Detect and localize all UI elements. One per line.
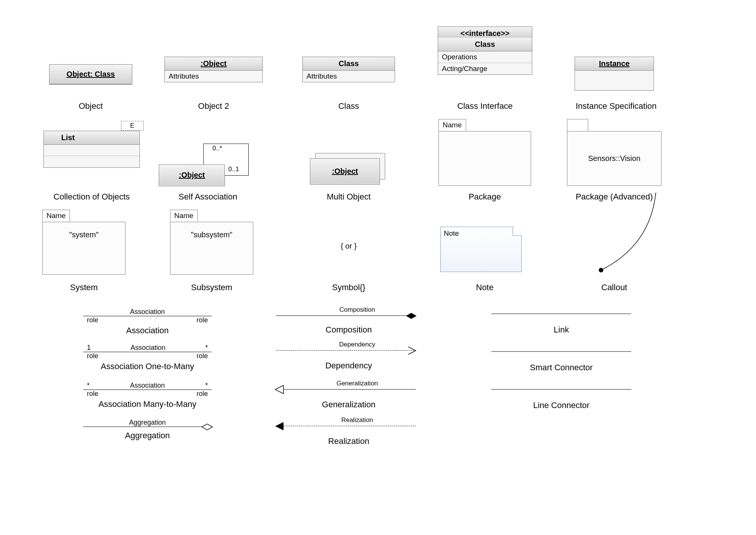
uml-package-adv-body: Sensors::Vision xyxy=(588,154,641,163)
uml-object2-attr: Attributes xyxy=(165,71,262,82)
uml-class-caption: Class xyxy=(302,101,395,111)
uml-aggregation: Aggregation Aggregation xyxy=(83,419,212,441)
svg-marker-4 xyxy=(275,422,284,430)
uml-generalization-caption: Generalization xyxy=(302,400,395,410)
uml-realization-caption: Realization xyxy=(302,436,395,446)
uml-generalization-line xyxy=(284,389,416,390)
uml-composition-label: Composition xyxy=(314,306,401,314)
uml-object2: :Object Attributes xyxy=(164,57,263,82)
uml-self-assoc-m2: 0..1 xyxy=(228,165,239,173)
uml-class-interface-title: Class xyxy=(438,38,532,51)
svg-marker-3 xyxy=(275,385,284,394)
uml-multi-object-caption: Multi Object xyxy=(302,192,395,202)
uml-smart-connector-caption: Smart Connector xyxy=(514,363,609,373)
uml-instance-title: Instance xyxy=(575,57,654,71)
uml-dependency-line xyxy=(276,350,416,351)
uml-association-one-many: 1Association* rolerole Association One-t… xyxy=(83,344,212,371)
uml-collection-tag: E xyxy=(121,121,144,131)
uml-note-caption: Note xyxy=(438,283,531,292)
uml-symbol: { or } xyxy=(302,242,395,250)
uml-link-caption: Link xyxy=(518,325,605,335)
svg-point-0 xyxy=(599,268,603,272)
uml-object2-caption: Object 2 xyxy=(164,101,263,111)
uml-subsystem-caption: Subsystem xyxy=(170,283,253,292)
uml-self-assoc-title: :Object xyxy=(159,165,225,186)
uml-subsystem-body: "subsystem" xyxy=(191,230,232,239)
uml-realization-label: Realization xyxy=(314,416,401,424)
uml-collection-title: List xyxy=(44,131,139,145)
uml-class-interface-r1: Operations xyxy=(438,51,532,63)
uml-subsystem-tab: Name xyxy=(170,210,198,221)
uml-collection-caption: Collection of Objects xyxy=(42,192,142,202)
uml-collection: E List xyxy=(43,121,140,168)
uml-smart-connector-line xyxy=(491,351,631,352)
uml-object2-title: :Object xyxy=(165,57,262,71)
uml-callout-caption: Callout xyxy=(567,283,662,292)
uml-association: Association rolerole Association xyxy=(83,308,212,336)
uml-association-many-many: *Association* rolerole Association Many-… xyxy=(83,382,212,409)
uml-instance-caption: Instance Specification xyxy=(559,101,673,111)
uml-system-tab: Name xyxy=(42,210,70,221)
uml-object-caption: Object xyxy=(49,101,132,111)
uml-composition-line xyxy=(276,315,416,316)
uml-class-interface-caption: Class Interface xyxy=(438,101,532,111)
uml-symbol-caption: Symbol{} xyxy=(302,283,395,292)
uml-class-interface-r2: Acting/Charge xyxy=(438,63,532,74)
uml-self-assoc-m1: 0..* xyxy=(212,145,222,152)
uml-realization-line xyxy=(284,426,416,426)
uml-generalization-label: Generalization xyxy=(314,380,401,387)
uml-object: Object: Class xyxy=(49,64,132,85)
svg-marker-2 xyxy=(406,313,417,319)
uml-line-connector-line xyxy=(491,389,631,390)
uml-multi-object-title: :Object xyxy=(310,159,380,184)
uml-association-many-many-caption: Association Many-to-Many xyxy=(83,399,212,409)
uml-class: Class Attributes xyxy=(302,57,395,82)
uml-composition-caption: Composition xyxy=(302,325,395,335)
uml-class-title: Class xyxy=(303,57,395,71)
uml-note-body: Note xyxy=(444,229,459,237)
uml-dependency-label: Dependency xyxy=(314,341,401,348)
svg-marker-1 xyxy=(202,424,212,430)
uml-association-caption: Association xyxy=(83,326,212,336)
uml-package-caption: Package xyxy=(438,192,531,202)
uml-line-connector-caption: Line Connector xyxy=(514,400,609,410)
uml-system-caption: System xyxy=(42,283,125,292)
uml-dependency-caption: Dependency xyxy=(302,361,395,371)
uml-system-body: "system" xyxy=(69,230,99,239)
uml-aggregation-caption: Aggregation xyxy=(83,431,212,441)
uml-note: Note xyxy=(440,227,522,272)
uml-callout xyxy=(590,193,665,276)
uml-class-interface-stereo: <<interface>> xyxy=(438,27,532,38)
uml-package-tab: Name xyxy=(438,119,466,131)
uml-instance: Instance xyxy=(575,57,654,91)
uml-link-line xyxy=(491,314,631,314)
uml-class-interface: <<interface>> Class Operations Acting/Ch… xyxy=(438,26,532,75)
uml-object-title: Object: Class xyxy=(50,65,132,84)
uml-self-assoc-caption: Self Association xyxy=(159,192,257,202)
uml-class-attr: Attributes xyxy=(303,71,395,82)
uml-association-one-many-caption: Association One-to-Many xyxy=(83,362,212,371)
